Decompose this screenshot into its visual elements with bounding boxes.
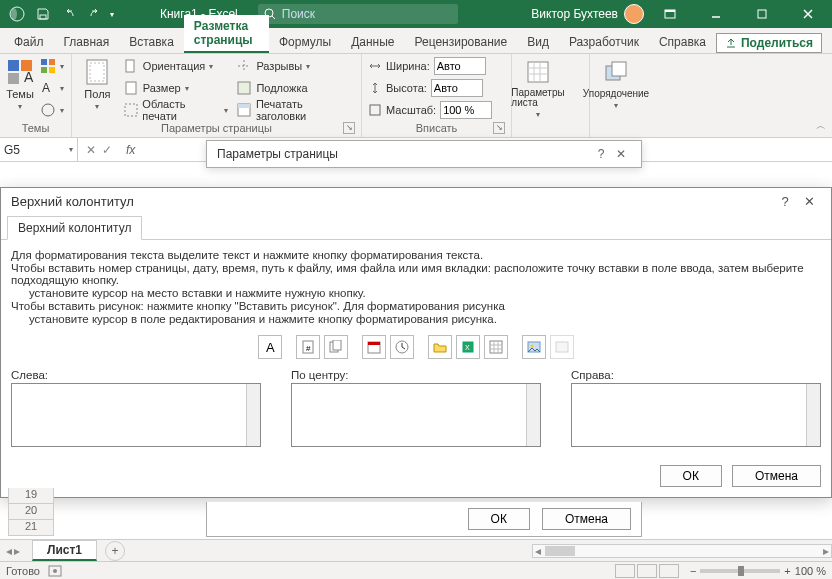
breaks-button[interactable]: Разрывы▾ [234,56,355,76]
right-section-input[interactable] [571,383,821,447]
tab-formulas[interactable]: Формулы [269,31,341,53]
ps-help-icon[interactable]: ? [591,147,611,161]
redo-icon[interactable] [84,3,106,25]
svg-point-16 [42,104,54,116]
page-count-icon[interactable] [324,335,348,359]
ps-ok-button[interactable]: ОК [468,508,530,530]
size-button[interactable]: Размер▾ [121,78,231,98]
page-layout-view-icon[interactable] [637,564,657,578]
background-button[interactable]: Подложка [234,78,355,98]
svg-rect-5 [665,10,675,12]
row-header[interactable]: 19 [8,488,54,504]
tab-home[interactable]: Главная [54,31,120,53]
row-header[interactable]: 20 [8,504,54,520]
print-area-button[interactable]: Область печати▾ [121,100,231,120]
center-section-input[interactable] [291,383,541,447]
left-section-input[interactable] [11,383,261,447]
sheet-options-button[interactable]: Параметры листа▾ [518,56,558,119]
theme-effects-icon[interactable]: ▾ [38,100,66,120]
svg-rect-1 [11,8,17,20]
zoom-level[interactable]: 100 % [795,565,826,577]
search-box[interactable]: Поиск [258,4,458,24]
height-input[interactable] [431,79,483,97]
avatar[interactable] [624,4,644,24]
format-picture-icon[interactable] [550,335,574,359]
width-input[interactable] [434,57,486,75]
ribbon: A Темы▾ ▾ A▾ ▾ Темы Поля▾ Ориентация▾ Ра… [0,54,832,138]
scrollbar[interactable] [806,384,820,446]
height-icon [368,81,382,95]
ps-close-icon[interactable]: ✕ [611,147,631,161]
file-name-icon[interactable]: X [456,335,480,359]
date-icon[interactable] [362,335,386,359]
sheet-name-icon[interactable] [484,335,508,359]
sheet-nav-prev-icon[interactable]: ◂ [6,544,12,558]
time-icon[interactable] [390,335,414,359]
ribbon-display-icon[interactable] [650,0,690,28]
tab-view[interactable]: Вид [517,31,559,53]
enter-formula-icon[interactable]: ✓ [102,143,112,157]
format-text-icon[interactable]: A [258,335,282,359]
row-header[interactable]: 21 [8,520,54,536]
themes-button[interactable]: A Темы▾ [6,56,34,111]
svg-rect-13 [41,67,47,73]
scrollbar[interactable] [526,384,540,446]
orientation-button[interactable]: Ориентация▾ [121,56,231,76]
hf-tab-header[interactable]: Верхний колонтитул [7,216,142,240]
normal-view-icon[interactable] [615,564,635,578]
page-number-icon[interactable]: # [296,335,320,359]
add-sheet-button[interactable]: + [105,541,125,561]
cancel-formula-icon[interactable]: ✕ [86,143,96,157]
name-box[interactable]: G5▾ [0,138,78,161]
sheet-nav-next-icon[interactable]: ▸ [14,544,20,558]
close-icon[interactable] [788,0,828,28]
svg-rect-25 [370,105,380,115]
minimize-icon[interactable] [696,0,736,28]
svg-rect-11 [41,59,47,65]
scrollbar[interactable] [246,384,260,446]
share-button[interactable]: Поделиться [716,33,822,53]
ps-dialog-title: Параметры страницы [217,147,338,161]
tab-page-layout[interactable]: Разметка страницы [184,15,269,53]
tab-developer[interactable]: Разработчик [559,31,649,53]
hf-cancel-button[interactable]: Отмена [732,465,821,487]
svg-text:A: A [24,69,34,85]
fit-launcher[interactable]: ↘ [493,122,505,134]
sheet-tab[interactable]: Лист1 [32,540,97,561]
zoom-slider[interactable] [700,569,780,573]
tab-review[interactable]: Рецензирование [405,31,518,53]
maximize-icon[interactable] [742,0,782,28]
insert-picture-icon[interactable] [522,335,546,359]
zoom-out-button[interactable]: − [690,565,696,577]
svg-rect-42 [556,342,568,352]
page-break-view-icon[interactable] [659,564,679,578]
fx-icon[interactable]: fx [120,143,141,157]
macro-record-icon[interactable] [48,565,62,577]
row-headers: 19 20 21 [0,488,60,536]
ps-cancel-button[interactable]: Отмена [542,508,631,530]
user-name[interactable]: Виктор Бухтеев [531,7,618,21]
arrange-button[interactable]: Упорядочение▾ [596,56,636,110]
page-setup-dialog: Параметры страницы ? ✕ [206,140,642,168]
page-setup-launcher[interactable]: ↘ [343,122,355,134]
sheet-tab-bar: ◂ ▸ Лист1 + ◂▸ [0,539,832,561]
autosave-toggle[interactable] [6,3,28,25]
margins-button[interactable]: Поля▾ [78,56,117,111]
tab-help[interactable]: Справка [649,31,716,53]
file-path-icon[interactable] [428,335,452,359]
print-titles-button[interactable]: Печатать заголовки [234,100,355,120]
hf-close-icon[interactable]: ✕ [797,194,821,209]
zoom-in-button[interactable]: + [784,565,790,577]
collapse-ribbon-icon[interactable]: ︿ [816,119,826,133]
horizontal-scrollbar[interactable]: ◂▸ [532,544,832,558]
tab-insert[interactable]: Вставка [119,31,184,53]
hf-ok-button[interactable]: ОК [660,465,722,487]
save-icon[interactable] [32,3,54,25]
tab-file[interactable]: Файл [4,31,54,53]
hf-help-icon[interactable]: ? [773,194,797,209]
undo-icon[interactable] [58,3,80,25]
tab-data[interactable]: Данные [341,31,404,53]
theme-fonts-icon[interactable]: A▾ [38,78,66,98]
scale-input[interactable] [440,101,492,119]
theme-colors-icon[interactable]: ▾ [38,56,66,76]
